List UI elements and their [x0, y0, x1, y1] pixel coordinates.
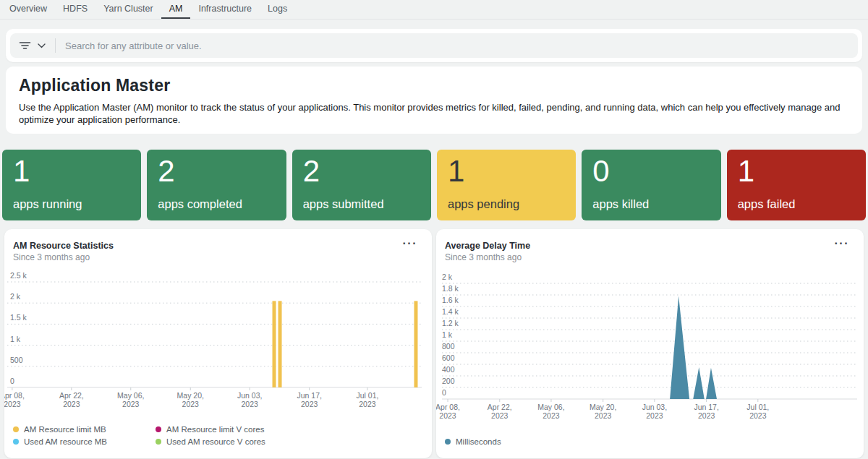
stat-card-apps-completed: 2 apps completed [147, 150, 286, 220]
legend-dot-icon [156, 439, 161, 445]
svg-text:2.5 k: 2.5 k [10, 271, 27, 280]
average-delay-time-chart: 2 k1.8 k1.6 k1.4 k1.2 k1 k8006004002000A… [436, 271, 864, 419]
svg-text:Apr 08,: Apr 08, [436, 403, 460, 411]
top-nav: Overview HDFS Yarn Cluster AM Infrastruc… [0, 0, 868, 20]
svg-text:1.6 k: 1.6 k [442, 296, 459, 304]
chevron-down-icon [38, 43, 46, 48]
stat-value: 2 [303, 154, 420, 189]
chart-options-button[interactable]: ··· [403, 238, 417, 249]
am-resource-statistics-card: AM Resource Statistics Since 3 months ag… [4, 229, 432, 458]
svg-text:2023: 2023 [439, 411, 456, 419]
stat-label: apps pending [448, 197, 565, 211]
legend-label: Used AM resource MB [24, 437, 107, 446]
page-description: Use the Application Master (AM) monitor … [19, 101, 846, 126]
svg-text:Apr 08,: Apr 08, [4, 391, 25, 400]
chart-subtitle: Since 3 months ago [13, 252, 90, 262]
svg-text:1 k: 1 k [442, 330, 453, 339]
stat-value: 1 [448, 154, 565, 189]
stat-label: apps killed [592, 197, 710, 211]
svg-text:2023: 2023 [301, 400, 318, 408]
svg-text:2023: 2023 [491, 411, 509, 419]
stat-value: 1 [738, 154, 855, 189]
legend-item-am-resource-limit-v-cores[interactable]: AM Resource limit V cores [156, 425, 298, 434]
svg-text:2023: 2023 [749, 411, 767, 419]
legend-item-used-am-resource-mb[interactable]: Used AM resource MB [13, 437, 156, 446]
svg-text:1.5 k: 1.5 k [10, 313, 27, 322]
svg-text:Apr 22,: Apr 22, [488, 403, 512, 411]
charts-row: AM Resource Statistics Since 3 months ag… [4, 229, 864, 458]
legend-label: AM Resource limit MB [24, 425, 106, 434]
stat-value: 2 [158, 154, 275, 189]
svg-text:May 20,: May 20, [177, 391, 204, 400]
legend-item-milliseconds[interactable]: Milliseconds [445, 437, 501, 446]
chart-subtitle: Since 3 months ago [445, 252, 522, 262]
nav-tab-am[interactable]: AM [161, 0, 191, 19]
svg-text:1.4 k: 1.4 k [442, 307, 459, 316]
svg-text:Jun 17,: Jun 17, [297, 391, 321, 400]
chart-legend: Milliseconds [445, 437, 856, 446]
svg-text:Jun 17,: Jun 17, [694, 403, 718, 411]
nav-tab-infrastructure[interactable]: Infrastructure [190, 0, 260, 19]
stat-label: apps submitted [303, 197, 420, 211]
svg-text:2023: 2023 [63, 400, 80, 408]
svg-text:Jul 01,: Jul 01, [746, 403, 769, 411]
stat-card-apps-killed: 0 apps killed [582, 150, 720, 220]
svg-text:May 20,: May 20, [590, 403, 616, 411]
svg-text:1.2 k: 1.2 k [442, 319, 459, 327]
svg-text:2023: 2023 [122, 400, 140, 408]
stat-label: apps running [13, 197, 130, 211]
search-divider [55, 38, 56, 53]
svg-text:2023: 2023 [595, 411, 612, 419]
legend-dot-icon [13, 439, 19, 445]
svg-text:Apr 22,: Apr 22, [59, 391, 84, 400]
svg-text:800: 800 [442, 342, 455, 351]
svg-text:2023: 2023 [542, 411, 560, 419]
svg-text:0: 0 [10, 377, 14, 385]
legend-item-am-resource-limit-mb[interactable]: AM Resource limit MB [13, 425, 156, 434]
legend-item-used-am-resource-v-cores[interactable]: Used AM resource V cores [156, 437, 298, 446]
svg-text:May 06,: May 06, [117, 391, 144, 400]
search-placeholder: Search for any attribute or value. [65, 40, 202, 51]
nav-tab-yarn-cluster[interactable]: Yarn Cluster [95, 0, 161, 19]
filter-icon [19, 40, 31, 51]
chart-options-button[interactable]: ··· [835, 238, 849, 249]
stat-card-apps-pending: 1 apps pending [437, 150, 576, 220]
stats-row: 1 apps running 2 apps completed 2 apps s… [2, 150, 866, 220]
legend-label: Used AM resource V cores [166, 437, 265, 446]
stat-label: apps completed [158, 197, 275, 211]
legend-dot-icon [13, 426, 19, 432]
svg-text:600: 600 [442, 353, 455, 362]
svg-text:1 k: 1 k [10, 335, 21, 343]
stat-label: apps failed [738, 197, 855, 211]
nav-tab-overview[interactable]: Overview [1, 0, 55, 19]
svg-text:1.8 k: 1.8 k [442, 284, 459, 293]
average-delay-time-card: Average Delay Time Since 3 months ago ··… [436, 229, 864, 458]
svg-text:2023: 2023 [359, 400, 376, 408]
search-input[interactable]: Search for any attribute or value. [10, 33, 858, 58]
chart-legend: AM Resource limit MBAM Resource limit V … [13, 425, 425, 446]
legend-label: AM Resource limit V cores [166, 425, 264, 434]
svg-text:Jun 03,: Jun 03, [237, 391, 262, 400]
svg-text:500: 500 [10, 356, 23, 364]
intro-panel: Application Master Use the Application M… [6, 67, 862, 134]
svg-text:2023: 2023 [4, 400, 21, 408]
am-resource-statistics-chart: 2.5 k2 k1.5 k1 k5000Apr 08,2023Apr 22,20… [4, 271, 432, 419]
svg-text:2023: 2023 [242, 400, 259, 408]
svg-text:2 k: 2 k [442, 273, 453, 281]
svg-text:2023: 2023 [182, 400, 200, 408]
page-title: Application Master [19, 76, 846, 95]
nav-tab-logs[interactable]: Logs [260, 0, 295, 19]
nav-tab-hdfs[interactable]: HDFS [55, 0, 95, 19]
legend-label: Milliseconds [456, 437, 501, 446]
legend-dot-icon [445, 439, 451, 445]
svg-text:200: 200 [442, 377, 455, 385]
svg-text:400: 400 [442, 365, 455, 374]
svg-text:2 k: 2 k [10, 292, 21, 301]
chart-title: AM Resource Statistics [13, 241, 114, 251]
legend-dot-icon [156, 426, 161, 432]
stat-card-apps-submitted: 2 apps submitted [292, 150, 431, 220]
svg-text:2023: 2023 [646, 411, 663, 419]
stat-card-apps-failed: 1 apps failed [727, 150, 866, 220]
filter-button[interactable] [19, 40, 46, 51]
svg-text:2023: 2023 [698, 411, 715, 419]
